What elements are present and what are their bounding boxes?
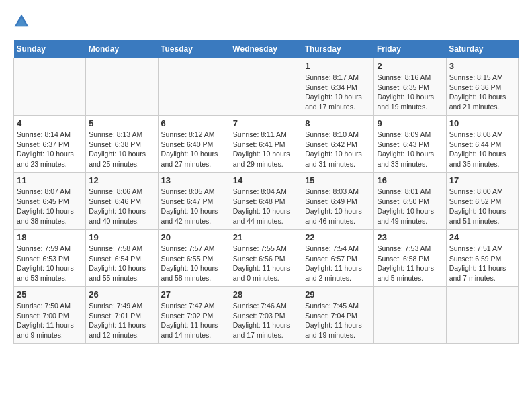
day-info: Sunrise: 7:55 AM Sunset: 6:56 PM Dayligh… xyxy=(233,244,299,283)
calendar-day-cell: 5Sunrise: 8:13 AM Sunset: 6:38 PM Daylig… xyxy=(86,116,158,173)
day-number: 6 xyxy=(161,118,227,128)
day-info: Sunrise: 8:16 AM Sunset: 6:35 PM Dayligh… xyxy=(377,73,443,112)
calendar-day-cell: 20Sunrise: 7:57 AM Sunset: 6:55 PM Dayli… xyxy=(158,230,230,287)
calendar-day-cell: 2Sunrise: 8:16 AM Sunset: 6:35 PM Daylig… xyxy=(374,58,446,116)
day-number: 10 xyxy=(449,118,515,128)
day-number: 29 xyxy=(305,289,371,300)
page-header xyxy=(13,13,519,30)
day-info: Sunrise: 7:47 AM Sunset: 7:02 PM Dayligh… xyxy=(161,301,227,340)
calendar-day-cell: 14Sunrise: 8:04 AM Sunset: 6:48 PM Dayli… xyxy=(230,173,302,230)
day-number: 3 xyxy=(449,61,515,71)
day-number: 26 xyxy=(89,289,154,300)
calendar-day-cell: 22Sunrise: 7:54 AM Sunset: 6:57 PM Dayli… xyxy=(302,230,374,287)
calendar-day-cell: 23Sunrise: 7:53 AM Sunset: 6:58 PM Dayli… xyxy=(374,230,446,287)
calendar-week-row: 11Sunrise: 8:07 AM Sunset: 6:45 PM Dayli… xyxy=(14,173,519,230)
day-number: 27 xyxy=(161,289,227,300)
weekday-header-monday: Monday xyxy=(86,40,158,58)
day-info: Sunrise: 8:04 AM Sunset: 6:48 PM Dayligh… xyxy=(233,187,299,226)
day-info: Sunrise: 8:13 AM Sunset: 6:38 PM Dayligh… xyxy=(89,130,154,169)
day-number: 18 xyxy=(17,232,83,242)
calendar-day-cell: 26Sunrise: 7:49 AM Sunset: 7:01 PM Dayli… xyxy=(86,287,158,344)
calendar-day-cell: 19Sunrise: 7:58 AM Sunset: 6:54 PM Dayli… xyxy=(86,230,158,287)
calendar-empty-cell xyxy=(86,58,158,116)
day-info: Sunrise: 7:59 AM Sunset: 6:53 PM Dayligh… xyxy=(17,244,83,283)
calendar-body: 1Sunrise: 8:17 AM Sunset: 6:34 PM Daylig… xyxy=(14,58,519,344)
weekday-header-wednesday: Wednesday xyxy=(230,40,302,58)
calendar-day-cell: 27Sunrise: 7:47 AM Sunset: 7:02 PM Dayli… xyxy=(158,287,230,344)
day-number: 21 xyxy=(233,232,299,242)
day-number: 4 xyxy=(17,118,83,128)
calendar-day-cell: 17Sunrise: 8:00 AM Sunset: 6:52 PM Dayli… xyxy=(446,173,518,230)
day-info: Sunrise: 8:09 AM Sunset: 6:43 PM Dayligh… xyxy=(377,130,443,169)
weekday-header-thursday: Thursday xyxy=(302,40,374,58)
day-info: Sunrise: 8:14 AM Sunset: 6:37 PM Dayligh… xyxy=(17,130,83,169)
day-number: 19 xyxy=(89,232,154,242)
day-number: 25 xyxy=(17,289,83,300)
calendar-empty-cell xyxy=(446,287,518,344)
weekday-header-friday: Friday xyxy=(374,40,446,58)
calendar-day-cell: 28Sunrise: 7:46 AM Sunset: 7:03 PM Dayli… xyxy=(230,287,302,344)
calendar-day-cell: 16Sunrise: 8:01 AM Sunset: 6:50 PM Dayli… xyxy=(374,173,446,230)
day-number: 8 xyxy=(305,118,371,128)
day-info: Sunrise: 7:58 AM Sunset: 6:54 PM Dayligh… xyxy=(89,244,154,283)
day-info: Sunrise: 7:46 AM Sunset: 7:03 PM Dayligh… xyxy=(233,301,299,340)
day-info: Sunrise: 7:53 AM Sunset: 6:58 PM Dayligh… xyxy=(377,244,443,283)
calendar-week-row: 1Sunrise: 8:17 AM Sunset: 6:34 PM Daylig… xyxy=(14,58,519,116)
calendar-day-cell: 15Sunrise: 8:03 AM Sunset: 6:49 PM Dayli… xyxy=(302,173,374,230)
day-number: 20 xyxy=(161,232,227,242)
calendar-day-cell: 29Sunrise: 7:45 AM Sunset: 7:04 PM Dayli… xyxy=(302,287,374,344)
calendar-day-cell: 8Sunrise: 8:10 AM Sunset: 6:42 PM Daylig… xyxy=(302,116,374,173)
day-info: Sunrise: 8:10 AM Sunset: 6:42 PM Dayligh… xyxy=(305,130,371,169)
day-number: 24 xyxy=(449,232,515,242)
calendar-day-cell: 1Sunrise: 8:17 AM Sunset: 6:34 PM Daylig… xyxy=(302,58,374,116)
day-info: Sunrise: 8:00 AM Sunset: 6:52 PM Dayligh… xyxy=(449,187,515,226)
calendar-empty-cell xyxy=(374,287,446,344)
calendar-header: SundayMondayTuesdayWednesdayThursdayFrid… xyxy=(14,40,519,58)
logo xyxy=(13,13,32,30)
day-info: Sunrise: 8:07 AM Sunset: 6:45 PM Dayligh… xyxy=(17,187,83,226)
calendar-day-cell: 11Sunrise: 8:07 AM Sunset: 6:45 PM Dayli… xyxy=(14,173,86,230)
calendar-day-cell: 18Sunrise: 7:59 AM Sunset: 6:53 PM Dayli… xyxy=(14,230,86,287)
day-number: 15 xyxy=(305,175,371,185)
day-number: 13 xyxy=(161,175,227,185)
calendar-day-cell: 24Sunrise: 7:51 AM Sunset: 6:59 PM Dayli… xyxy=(446,230,518,287)
day-info: Sunrise: 8:17 AM Sunset: 6:34 PM Dayligh… xyxy=(305,73,371,112)
day-info: Sunrise: 8:05 AM Sunset: 6:47 PM Dayligh… xyxy=(161,187,227,226)
day-number: 14 xyxy=(233,175,299,185)
calendar-day-cell: 10Sunrise: 8:08 AM Sunset: 6:44 PM Dayli… xyxy=(446,116,518,173)
calendar-table: SundayMondayTuesdayWednesdayThursdayFrid… xyxy=(13,40,519,344)
day-info: Sunrise: 8:03 AM Sunset: 6:49 PM Dayligh… xyxy=(305,187,371,226)
day-number: 28 xyxy=(233,289,299,300)
day-number: 7 xyxy=(233,118,299,128)
calendar-week-row: 25Sunrise: 7:50 AM Sunset: 7:00 PM Dayli… xyxy=(14,287,519,344)
day-number: 16 xyxy=(377,175,443,185)
day-info: Sunrise: 7:54 AM Sunset: 6:57 PM Dayligh… xyxy=(305,244,371,283)
calendar-day-cell: 12Sunrise: 8:06 AM Sunset: 6:46 PM Dayli… xyxy=(86,173,158,230)
day-info: Sunrise: 8:11 AM Sunset: 6:41 PM Dayligh… xyxy=(233,130,299,169)
logo-icon xyxy=(13,13,30,30)
calendar-day-cell: 7Sunrise: 8:11 AM Sunset: 6:41 PM Daylig… xyxy=(230,116,302,173)
day-info: Sunrise: 7:49 AM Sunset: 7:01 PM Dayligh… xyxy=(89,301,154,340)
calendar-day-cell: 21Sunrise: 7:55 AM Sunset: 6:56 PM Dayli… xyxy=(230,230,302,287)
calendar-week-row: 4Sunrise: 8:14 AM Sunset: 6:37 PM Daylig… xyxy=(14,116,519,173)
calendar-day-cell: 25Sunrise: 7:50 AM Sunset: 7:00 PM Dayli… xyxy=(14,287,86,344)
day-number: 11 xyxy=(17,175,83,185)
day-number: 5 xyxy=(89,118,154,128)
calendar-empty-cell xyxy=(158,58,230,116)
calendar-week-row: 18Sunrise: 7:59 AM Sunset: 6:53 PM Dayli… xyxy=(14,230,519,287)
calendar-day-cell: 6Sunrise: 8:12 AM Sunset: 6:40 PM Daylig… xyxy=(158,116,230,173)
day-info: Sunrise: 7:51 AM Sunset: 6:59 PM Dayligh… xyxy=(449,244,515,283)
weekday-header-sunday: Sunday xyxy=(14,40,86,58)
day-number: 22 xyxy=(305,232,371,242)
calendar-day-cell: 3Sunrise: 8:15 AM Sunset: 6:36 PM Daylig… xyxy=(446,58,518,116)
day-number: 12 xyxy=(89,175,154,185)
day-number: 9 xyxy=(377,118,443,128)
day-number: 23 xyxy=(377,232,443,242)
weekday-header-saturday: Saturday xyxy=(446,40,518,58)
day-info: Sunrise: 7:57 AM Sunset: 6:55 PM Dayligh… xyxy=(161,244,227,283)
calendar-day-cell: 13Sunrise: 8:05 AM Sunset: 6:47 PM Dayli… xyxy=(158,173,230,230)
day-number: 1 xyxy=(305,61,371,71)
calendar-day-cell: 4Sunrise: 8:14 AM Sunset: 6:37 PM Daylig… xyxy=(14,116,86,173)
weekday-header-tuesday: Tuesday xyxy=(158,40,230,58)
day-number: 17 xyxy=(449,175,515,185)
